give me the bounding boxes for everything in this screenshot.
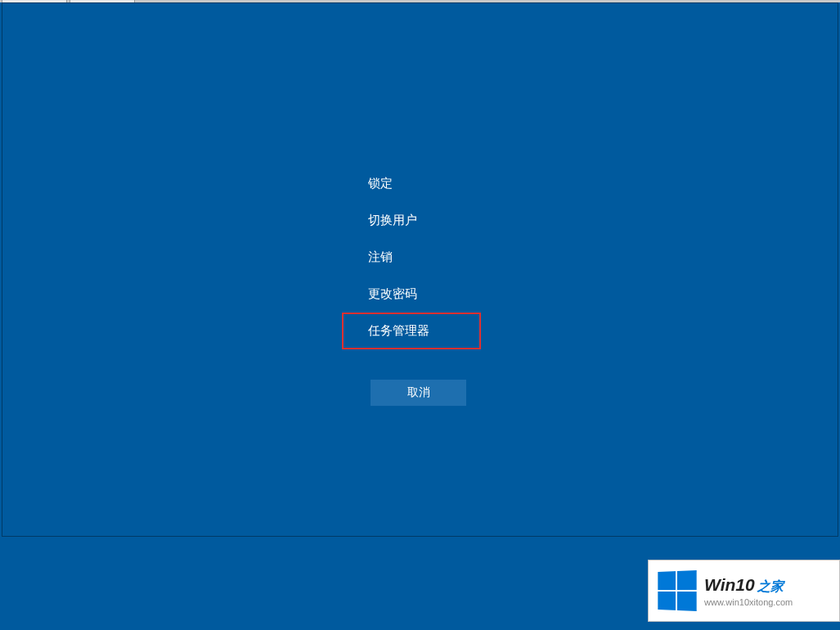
watermark-title: Win10 之家 — [704, 575, 793, 596]
watermark-title-sub: 之家 — [757, 578, 784, 596]
menu-item-lock[interactable]: 锁定 — [342, 165, 481, 202]
menu-item-task-manager[interactable]: 任务管理器 — [342, 313, 481, 349]
watermark-url: www.win10xitong.com — [704, 597, 793, 607]
cancel-button[interactable]: 取消 — [371, 380, 466, 406]
menu-item-label: 锁定 — [368, 176, 393, 190]
menu-item-switch-user[interactable]: 切换用户 — [342, 202, 481, 239]
security-options-menu: 锁定 切换用户 注销 更改密码 任务管理器 — [342, 165, 481, 349]
cancel-area: 取消 — [371, 380, 466, 406]
menu-item-label: 更改密码 — [368, 286, 417, 300]
menu-item-label: 注销 — [368, 250, 393, 263]
menu-item-sign-out[interactable]: 注销 — [342, 239, 481, 276]
menu-item-label: 任务管理器 — [368, 323, 429, 337]
menu-item-label: 切换用户 — [368, 213, 417, 227]
watermark-title-main: Win10 — [704, 575, 755, 595]
menu-item-change-password[interactable]: 更改密码 — [342, 276, 481, 313]
watermark-badge: Win10 之家 www.win10xitong.com — [648, 560, 840, 622]
windows-logo-icon — [658, 570, 696, 611]
watermark-text: Win10 之家 www.win10xitong.com — [704, 575, 793, 607]
